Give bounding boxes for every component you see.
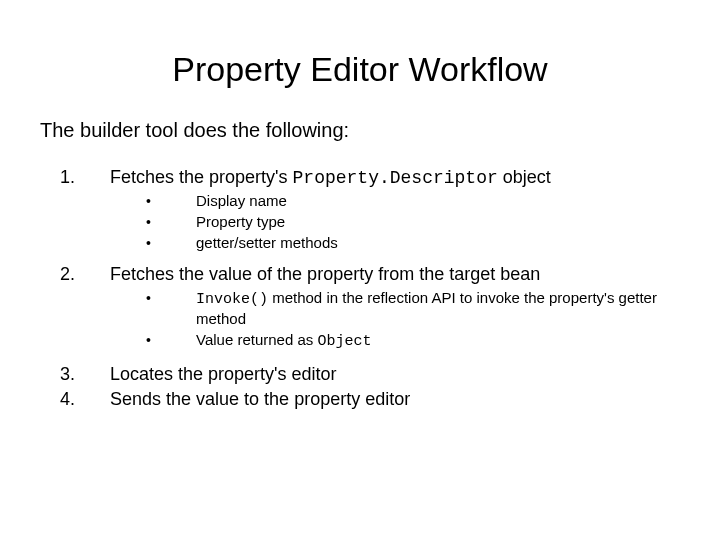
step-1: 1. Fetches the property's Property.Descr… [40,167,680,188]
bullet-icon: • [140,214,196,230]
bullet-icon: • [140,193,196,209]
subitem-text: Property type [196,213,680,232]
code-text: Property.Descriptor [293,168,498,188]
subitem-text: Value returned as Object [196,331,680,352]
step-number: 1. [40,167,110,188]
step-text: Sends the value to the property editor [110,389,680,410]
text-part: Fetches the property's [110,167,293,187]
list-item: • Invoke() method in the reflection API … [140,289,680,329]
step-number: 2. [40,264,110,285]
bullet-icon: • [140,235,196,251]
step-1-sublist: • Display name • Property type • getter/… [140,192,680,252]
step-text: Fetches the property's Property.Descript… [110,167,680,188]
code-text: Invoke() [196,291,268,308]
step-3: 3. Locates the property's editor [40,364,680,385]
step-number: 4. [40,389,110,410]
subitem-text: Invoke() method in the reflection API to… [196,289,680,329]
list-item: • getter/setter methods [140,234,680,253]
step-text: Locates the property's editor [110,364,680,385]
subitem-text: Display name [196,192,680,211]
steps-list: 1. Fetches the property's Property.Descr… [40,167,680,410]
step-2-sublist: • Invoke() method in the reflection API … [140,289,680,351]
bullet-icon: • [140,332,196,348]
text-part: object [498,167,551,187]
step-4: 4. Sends the value to the property edito… [40,389,680,410]
subitem-text: getter/setter methods [196,234,680,253]
list-item: • Property type [140,213,680,232]
list-item: • Value returned as Object [140,331,680,352]
step-number: 3. [40,364,110,385]
slide-title: Property Editor Workflow [40,50,680,89]
step-2: 2. Fetches the value of the property fro… [40,264,680,285]
intro-text: The builder tool does the following: [40,119,680,142]
step-text: Fetches the value of the property from t… [110,264,680,285]
slide: Property Editor Workflow The builder too… [0,0,720,434]
bullet-icon: • [140,290,196,306]
text-part: Value returned as [196,331,317,348]
list-item: • Display name [140,192,680,211]
code-text: Object [317,333,371,350]
